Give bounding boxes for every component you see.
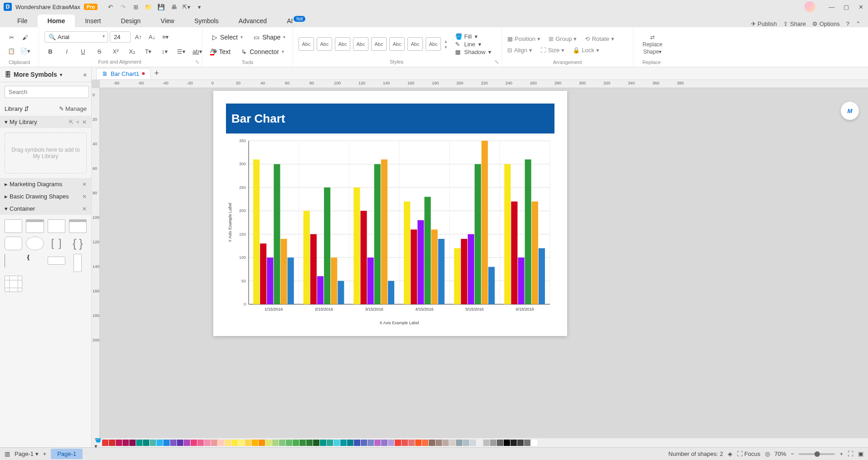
style-swatch[interactable]: Abc <box>335 37 350 51</box>
color-swatch[interactable] <box>157 440 163 446</box>
open-icon[interactable]: 📁 <box>145 3 152 10</box>
shadow-button[interactable]: ▦Shadow▾ <box>455 49 491 55</box>
color-swatch[interactable] <box>211 440 217 446</box>
color-swatch[interactable] <box>476 440 483 446</box>
color-swatch[interactable] <box>463 440 469 446</box>
shape-grid[interactable] <box>5 276 22 292</box>
style-swatch[interactable]: Abc <box>407 37 423 51</box>
select-tool[interactable]: ▷ Select▾ <box>208 32 247 43</box>
position-button[interactable]: ▦ Position▾ <box>507 35 540 42</box>
color-swatch[interactable] <box>136 440 142 446</box>
color-swatch[interactable] <box>524 440 530 446</box>
color-swatch[interactable] <box>517 440 524 446</box>
style-swatch[interactable]: Abc <box>389 37 405 51</box>
color-swatch[interactable] <box>272 440 279 446</box>
symbol-search-input[interactable] <box>5 86 89 98</box>
increase-font-icon[interactable]: A↑ <box>132 31 144 43</box>
maximize-icon[interactable]: ▢ <box>843 3 850 10</box>
page-tab[interactable]: Page-1 <box>51 449 83 459</box>
import-icon[interactable]: ⇱ <box>69 119 74 125</box>
color-swatch[interactable] <box>293 440 299 446</box>
color-swatch[interactable] <box>123 440 129 446</box>
help-button[interactable]: ? <box>846 20 849 27</box>
color-swatch[interactable] <box>402 440 408 446</box>
color-swatch[interactable] <box>327 440 333 446</box>
replace-shape-button[interactable]: ⇄ Replace Shape▾ <box>639 34 666 55</box>
more-symbols-button[interactable]: 🗄 More Symbols▾ « <box>0 67 91 82</box>
color-swatch[interactable] <box>361 440 367 446</box>
list-icon[interactable]: ☰▾ <box>175 45 187 57</box>
zoom-out-button[interactable]: − <box>791 450 794 457</box>
color-swatch[interactable] <box>354 440 360 446</box>
color-swatch[interactable] <box>422 440 428 446</box>
menu-home[interactable]: Home <box>38 15 75 27</box>
style-swatch[interactable]: Abc <box>317 37 332 51</box>
color-swatch[interactable] <box>395 440 401 446</box>
color-swatch[interactable] <box>333 440 340 446</box>
style-swatch[interactable]: Abc <box>426 37 441 51</box>
styles-up-icon[interactable]: ▴ <box>445 39 447 44</box>
text-tool[interactable]: T Text <box>208 46 235 57</box>
color-swatch[interactable] <box>170 440 177 446</box>
ai-float-button[interactable]: M <box>841 102 859 120</box>
shape-brackets[interactable] <box>48 237 65 250</box>
zoom-in-button[interactable]: + <box>839 450 843 457</box>
format-painter-icon[interactable]: 🖌 <box>19 32 31 44</box>
style-swatch[interactable]: Abc <box>371 37 387 51</box>
add-tab-button[interactable]: + <box>154 69 159 78</box>
document-tab[interactable]: 🗎 Bar Chart1 <box>96 68 151 79</box>
style-swatch[interactable]: Abc <box>299 37 314 51</box>
connector-tool[interactable]: ↳ Connector▾ <box>237 46 289 57</box>
italic-icon[interactable]: I <box>61 45 73 57</box>
paper[interactable]: Bar Chart 0501001502002503003501/15/2016… <box>213 91 567 336</box>
canvas[interactable]: Bar Chart 0501001502002503003501/15/2016… <box>100 88 868 438</box>
target-icon[interactable]: ◎ <box>765 450 770 457</box>
chart-title[interactable]: Bar Chart <box>226 104 554 134</box>
color-swatch[interactable] <box>306 440 313 446</box>
cut-icon[interactable]: ✂ <box>5 32 17 44</box>
color-swatch[interactable] <box>225 440 231 446</box>
color-swatch[interactable] <box>381 440 387 446</box>
section-marketing[interactable]: ▸ Marketing Diagrams ✕ <box>0 178 91 190</box>
add-page-button[interactable]: + <box>43 450 47 457</box>
color-swatch[interactable] <box>320 440 326 446</box>
chart[interactable]: 0501001502002503003501/15/20162/15/20163… <box>226 136 554 327</box>
color-swatch[interactable] <box>286 440 292 446</box>
group-button[interactable]: ⊞ Group▾ <box>549 35 577 42</box>
color-swatch[interactable] <box>368 440 374 446</box>
menu-insert[interactable]: Insert <box>75 15 111 27</box>
menu-file[interactable]: File <box>7 15 38 27</box>
color-swatch[interactable] <box>163 440 170 446</box>
size-button[interactable]: ⛶ Size▾ <box>540 47 564 54</box>
color-swatch[interactable] <box>299 440 306 446</box>
color-swatch[interactable] <box>265 440 272 446</box>
undo-icon[interactable]: ↶ <box>107 3 114 10</box>
style-swatch[interactable]: Abc <box>353 37 368 51</box>
rotate-button[interactable]: ⟲ Rotate▾ <box>585 35 614 42</box>
color-swatch[interactable] <box>436 440 442 446</box>
minimize-icon[interactable]: — <box>828 3 835 10</box>
subscript-icon[interactable]: X₂ <box>126 45 138 57</box>
section-container[interactable]: ▾ Container ✕ <box>0 203 91 215</box>
fullscreen-icon[interactable]: ▣ <box>858 450 863 457</box>
line-button[interactable]: ✎Line▾ <box>455 41 491 48</box>
outline-icon[interactable]: ▥ <box>5 450 10 457</box>
zoom-slider[interactable] <box>799 453 835 455</box>
print-icon[interactable]: 🖶 <box>170 3 177 10</box>
align-icon[interactable]: ≡▾ <box>160 31 172 43</box>
shape-round-rect[interactable] <box>5 237 22 250</box>
color-swatch[interactable] <box>374 440 381 446</box>
menu-ai[interactable]: AIhot <box>277 15 315 27</box>
shape-ellipse[interactable] <box>26 237 44 250</box>
copy-icon[interactable]: 📋 <box>5 45 17 57</box>
color-swatch[interactable] <box>197 440 204 446</box>
color-swatch[interactable] <box>231 440 238 446</box>
menu-view[interactable]: View <box>151 15 184 27</box>
shape-header-box[interactable] <box>48 257 65 265</box>
add-icon[interactable]: + <box>76 119 79 125</box>
publish-button[interactable]: ✈Publish <box>751 20 777 27</box>
color-swatch[interactable] <box>218 440 224 446</box>
focus-button[interactable]: ⛶ Focus <box>737 450 760 457</box>
color-swatch[interactable] <box>531 440 537 446</box>
color-swatch[interactable] <box>408 440 415 446</box>
